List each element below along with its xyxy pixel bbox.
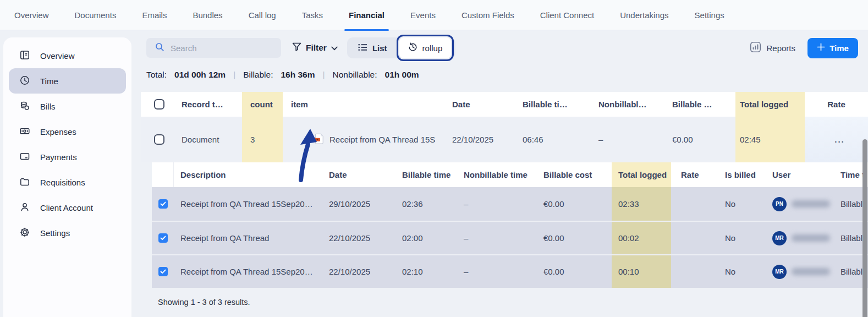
tab-tasks[interactable]: Tasks — [302, 0, 323, 30]
total-logged-cell: 00:10 — [612, 255, 671, 288]
sidebar-item-bills[interactable]: Bills — [9, 94, 126, 119]
rollup-view-button[interactable]: rollup — [399, 37, 452, 58]
billable-cost-cell: €0.00 — [537, 255, 612, 288]
sidebar-item-payments[interactable]: Payments — [9, 144, 126, 170]
tab-events[interactable]: Events — [410, 0, 436, 30]
rollup-group-row: Document 3 Receipt from QA Thread 15S 22… — [141, 117, 868, 162]
time-summary-bar: Total: 01d 00h 12m | Billable: 16h 36m |… — [146, 70, 419, 80]
gear-icon — [19, 227, 30, 239]
tab-custom-fields[interactable]: Custom Fields — [462, 0, 514, 30]
search-input[interactable] — [171, 43, 270, 53]
toolbar: Filter List rollup Reports — [146, 37, 858, 58]
sidebar-item-label: Bills — [40, 102, 56, 111]
person-icon — [19, 201, 30, 214]
column-count: count — [242, 92, 283, 117]
history-icon — [408, 42, 417, 53]
is-billed-cell: No — [721, 255, 767, 288]
row-checkbox[interactable] — [154, 134, 164, 145]
user-cell: MR — [767, 222, 838, 254]
sidebar-item-label: Overview — [40, 51, 75, 61]
vertical-scrollbar[interactable] — [862, 139, 867, 317]
row-actions-button[interactable]: ... — [805, 117, 868, 162]
list-view-button[interactable]: List — [349, 43, 397, 53]
row-checkbox-checked[interactable] — [158, 199, 168, 209]
total-logged-cell: 02:45 — [735, 117, 805, 162]
sidebar-item-overview[interactable]: Overview — [9, 43, 126, 68]
tab-financial[interactable]: Financial — [349, 0, 384, 30]
column-description: Description — [174, 162, 322, 187]
tab-overview[interactable]: Overview — [14, 0, 49, 30]
user-cell: PN — [767, 187, 838, 221]
reports-button[interactable]: Reports — [750, 41, 795, 54]
results-count-text: Showing 1 - 3 of 3 results. — [158, 298, 250, 307]
billable-time-cell: 02:10 — [395, 255, 457, 288]
total-value: 01d 00h 12m — [174, 70, 226, 80]
column-date: Date — [447, 92, 519, 117]
tab-settings[interactable]: Settings — [695, 0, 724, 30]
tab-emails[interactable]: Emails — [142, 0, 167, 30]
collapse-chevron-icon[interactable] — [302, 135, 309, 144]
sidebar-item-client-account[interactable]: Client Account — [9, 195, 126, 220]
financial-sidebar: Overview Time Bills Expenses Payments Re… — [3, 37, 131, 317]
top-nav: Overview Documents Emails Bundles Call l… — [0, 0, 868, 30]
record-type-cell: Document — [168, 117, 242, 162]
is-billed-cell: No — [721, 187, 767, 221]
billable-time-cell: 02:00 — [395, 222, 457, 254]
nonbillable-value: 01h 00m — [385, 70, 419, 80]
date-cell: 22/10/2025 — [322, 255, 395, 288]
filter-label: Filter — [306, 43, 327, 53]
nonbillable-time-cell: – — [595, 117, 667, 162]
filter-button[interactable]: Filter — [292, 42, 338, 53]
avatar: MR — [772, 265, 787, 279]
rate-cell — [671, 222, 721, 254]
rollup-annotation-box: rollup — [397, 35, 454, 61]
date-cell: 29/10/2025 — [322, 187, 395, 221]
sidebar-item-settings[interactable]: Settings — [9, 220, 126, 245]
avatar: PN — [772, 197, 787, 211]
sidebar-item-expenses[interactable]: Expenses — [9, 119, 126, 144]
tab-call-log[interactable]: Call log — [249, 0, 276, 30]
item-label: Receipt from QA Thread 15S — [329, 135, 435, 144]
row-checkbox-checked[interactable] — [158, 267, 168, 276]
count-cell: 3 — [242, 117, 283, 162]
app-screen: Overview Documents Emails Bundles Call l… — [0, 0, 868, 317]
billable-value: 16h 36m — [281, 70, 315, 80]
credit-card-icon — [19, 151, 30, 163]
sidebar-item-label: Payments — [40, 152, 77, 162]
search-box — [146, 38, 281, 58]
summary-divider: | — [233, 70, 235, 80]
time-entry-row: Receipt from QA Thread 15Sep20… 29/10/20… — [152, 187, 868, 221]
rate-cell — [671, 187, 721, 221]
nonbillable-time-cell: – — [457, 187, 537, 221]
tab-bundles[interactable]: Bundles — [193, 0, 222, 30]
tab-undertakings[interactable]: Undertakings — [620, 0, 668, 30]
is-billed-cell: No — [721, 222, 767, 254]
sidebar-item-time[interactable]: Time — [9, 68, 126, 94]
billable-cost-cell: €0.00 — [537, 222, 612, 254]
funnel-icon — [292, 42, 301, 53]
redacted-user-name — [792, 200, 830, 207]
nonbillable-time-cell: – — [457, 222, 537, 254]
select-all-checkbox[interactable] — [154, 99, 164, 110]
coins-icon — [19, 100, 30, 113]
detail-table: Description Date Billable time Nonbillab… — [152, 162, 868, 288]
journal-icon — [19, 50, 30, 62]
sidebar-item-label: Time — [40, 76, 58, 86]
column-user: User — [767, 162, 838, 187]
time-entry-row: Receipt from QA Thread 22/10/2025 02:00 … — [152, 221, 868, 254]
row-checkbox-checked[interactable] — [158, 233, 168, 243]
billable-time-cell: 06:46 — [519, 117, 595, 162]
tab-documents[interactable]: Documents — [75, 0, 117, 30]
search-icon — [155, 42, 164, 54]
add-time-label: Time — [829, 43, 849, 53]
column-total-logged: Total logged — [612, 162, 671, 187]
chevron-down-icon — [331, 43, 338, 53]
add-time-button[interactable]: Time — [807, 38, 858, 58]
tab-client-connect[interactable]: Client Connect — [540, 0, 594, 30]
avatar: MR — [772, 231, 787, 245]
column-nonbillable-time: Nonbillable time — [457, 162, 537, 187]
column-total-logged: Total logged — [735, 92, 805, 117]
sidebar-item-requisitions[interactable]: Requisitions — [9, 170, 126, 195]
sidebar-item-label: Settings — [40, 228, 70, 238]
rollup-table-header: Record t… count item Date Billable ti… N… — [141, 92, 868, 117]
